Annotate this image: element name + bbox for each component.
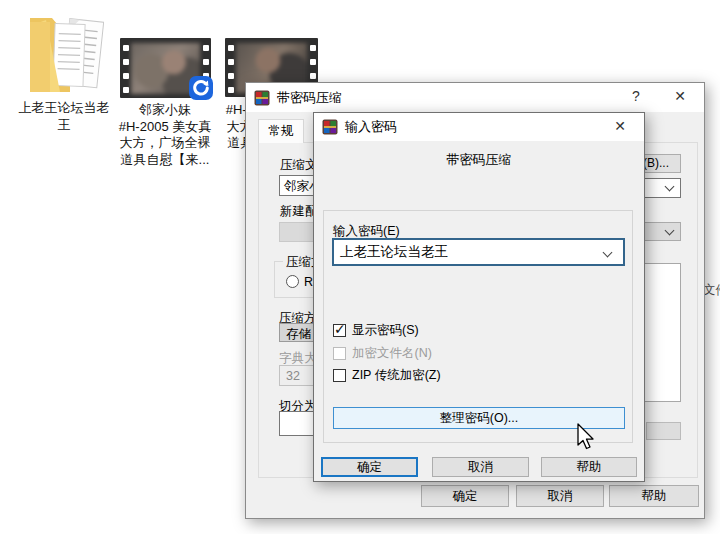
- format-radio-label: R: [304, 275, 313, 289]
- outer-dialog-title: 带密码压缩: [277, 89, 342, 107]
- checkbox-unchecked: [333, 347, 346, 360]
- folder-icon[interactable]: [26, 6, 104, 98]
- folder-label-line: 王: [8, 117, 120, 134]
- profile-label: 新建配: [280, 203, 318, 220]
- ok-button[interactable]: 确定: [421, 485, 509, 507]
- help-button[interactable]: ?: [616, 88, 656, 104]
- chevron-down-icon: [603, 248, 613, 258]
- encrypt-filenames-checkbox: 加密文件名(N): [333, 345, 432, 361]
- cancel-button[interactable]: 取消: [516, 485, 604, 507]
- inner-dialog-titlebar[interactable]: 输入密码: [314, 113, 644, 141]
- video-1-label-line: 邻家小妹: [107, 102, 223, 119]
- check-icon: ✓: [334, 321, 346, 337]
- close-button[interactable]: ✕: [660, 88, 700, 104]
- password-value: 上老王论坛当老王: [340, 244, 448, 259]
- folder-with-files-icon: [26, 6, 104, 98]
- show-password-checkbox[interactable]: ✓ 显示密码(S): [333, 322, 419, 338]
- help-button[interactable]: 帮助: [541, 457, 637, 477]
- video-1-label-line: #H-2005 美女真: [107, 119, 223, 136]
- help-button[interactable]: 帮助: [609, 485, 699, 507]
- organize-passwords-button[interactable]: 整理密码(O)...: [333, 407, 625, 429]
- media-player-badge-icon: [189, 76, 213, 100]
- folder-label[interactable]: 上老王论坛当老 王: [8, 100, 120, 133]
- archive-name-label: 压缩文: [280, 157, 318, 174]
- zip-legacy-encryption-label: ZIP 传统加密(Z): [352, 367, 441, 384]
- zip-legacy-encryption-checkbox[interactable]: ZIP 传统加密(Z): [333, 367, 441, 383]
- encrypt-filenames-label: 加密文件名(N): [352, 345, 432, 362]
- ok-button[interactable]: 确定: [321, 457, 418, 477]
- checkbox-checked: ✓: [333, 324, 346, 337]
- film-sprockets: [225, 38, 236, 97]
- inner-dialog-title: 输入密码: [345, 118, 397, 136]
- chevron-down-icon: [665, 226, 675, 236]
- cancel-button[interactable]: 取消: [432, 457, 529, 477]
- folder-label-line: 上老王论坛当老: [8, 100, 120, 117]
- password-combobox[interactable]: 上老王论坛当老王: [332, 238, 625, 266]
- video-1-label[interactable]: 邻家小妹 #H-2005 美女真 大方，广场全裸 道具自慰【来...: [107, 102, 223, 168]
- checkbox-unchecked: [333, 369, 346, 382]
- enter-password-dialog: 输入密码 ✕ 带密码压缩 输入密码(E) 上老王论坛当老王 ✓ 显示密码(S) …: [313, 112, 645, 482]
- show-password-label: 显示密码(S): [352, 322, 419, 339]
- video-1-label-line: 道具自慰【来...: [107, 152, 223, 169]
- video-1-label-line: 大方，广场全裸: [107, 135, 223, 152]
- background-text-fragment: 文件: [703, 282, 720, 299]
- winrar-icon: [254, 90, 270, 106]
- format-radio[interactable]: [286, 275, 299, 288]
- close-button[interactable]: ✕: [600, 118, 640, 134]
- winrar-icon: [322, 119, 338, 135]
- dialog-header-text: 带密码压缩: [314, 151, 644, 169]
- film-sprockets: [120, 38, 131, 98]
- right-button-fragment[interactable]: [646, 422, 681, 440]
- chevron-down-icon: [665, 182, 675, 192]
- tab-general[interactable]: 常规: [258, 119, 304, 143]
